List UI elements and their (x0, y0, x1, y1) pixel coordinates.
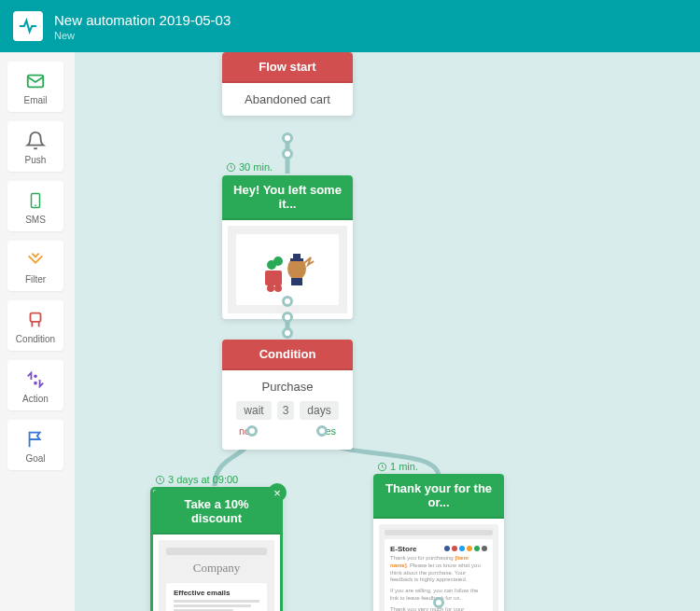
preview-brand: Company (166, 561, 267, 576)
connector-dot-no[interactable] (246, 425, 258, 437)
automation-icon (13, 11, 43, 41)
sidebar-item-label: Push (25, 155, 47, 165)
close-button[interactable]: × (268, 483, 287, 502)
sidebar-item-sms[interactable]: SMS (7, 181, 63, 231)
email-preview: Company Effective emails Follow (159, 540, 274, 611)
connector-dot[interactable] (282, 148, 293, 160)
svg-rect-20 (291, 278, 302, 285)
delay-label: 1 min. (377, 461, 418, 472)
sidebar-item-email[interactable]: Email (7, 62, 63, 112)
wait-value: 3 (277, 401, 295, 420)
svg-point-16 (273, 257, 283, 266)
sidebar-item-goal[interactable]: Goal (7, 420, 63, 470)
delay-label: 30 min. (226, 161, 273, 173)
node-header: Thank your for the or... (373, 474, 504, 519)
connector-dot[interactable] (282, 296, 293, 307)
condition-icon (25, 308, 46, 332)
cart-illustration-icon (259, 244, 315, 295)
node-body: Abandoned cart (222, 83, 353, 116)
node-email-thankyou[interactable]: Thank your for the or... E-Store Thank y… (373, 474, 504, 611)
sidebar-item-label: SMS (25, 215, 46, 225)
page-status: New (54, 30, 231, 41)
connector-dot[interactable] (282, 312, 293, 323)
flow-canvas[interactable]: Flow start Abandoned cart 30 min. Hey! Y… (75, 52, 700, 611)
clock-icon (377, 462, 387, 472)
filter-icon (24, 248, 47, 272)
clock-icon (155, 475, 165, 485)
sms-icon (27, 188, 44, 213)
sidebar-item-push[interactable]: Push (7, 121, 63, 172)
svg-rect-19 (290, 258, 303, 261)
node-header: Take a 10% discount (153, 490, 280, 535)
svg-point-13 (267, 285, 274, 292)
connector-dot[interactable] (433, 597, 444, 608)
node-flow-start[interactable]: Flow start Abandoned cart (222, 52, 353, 116)
svg-point-14 (274, 285, 282, 292)
sidebar-item-label: Goal (25, 453, 45, 464)
svg-point-8 (35, 375, 36, 377)
connector-dot-yes[interactable] (316, 425, 328, 437)
svg-point-9 (35, 382, 36, 383)
delay-label: 3 days at 09:00 (155, 474, 238, 485)
wait-unit: days (300, 401, 338, 420)
app-header: New automation 2019-05-03 New (0, 0, 700, 52)
connector-dot[interactable] (282, 327, 293, 339)
node-header: Hey! You left some it... (222, 175, 353, 220)
node-email-discount[interactable]: × Take a 10% discount Company Effective … (151, 488, 282, 611)
node-condition[interactable]: Condition Purchase wait 3 days no yes (222, 340, 353, 450)
node-header: Condition (222, 340, 353, 370)
condition-title: Purchase (230, 380, 345, 394)
email-icon (25, 69, 46, 93)
page-title: New automation 2019-05-03 (54, 12, 231, 28)
sidebar-item-action[interactable]: Action (7, 360, 63, 410)
sidebar-item-filter[interactable]: Filter (7, 241, 63, 291)
clock-icon (226, 162, 236, 173)
sidebar-item-label: Action (22, 394, 49, 404)
push-icon (25, 129, 46, 153)
sidebar-item-label: Condition (16, 334, 55, 344)
node-header: Flow start (222, 52, 353, 83)
sidebar-item-label: Email (23, 95, 47, 105)
sidebar-item-label: Filter (25, 274, 46, 285)
svg-rect-12 (265, 271, 282, 285)
goal-icon (25, 427, 46, 451)
svg-rect-3 (31, 312, 41, 321)
action-icon (25, 368, 46, 392)
wait-label: wait (236, 401, 271, 420)
sidebar-item-condition[interactable]: Condition (7, 300, 63, 351)
connector-dot[interactable] (282, 132, 293, 144)
sidebar: Email Push SMS Filter Condition Action (0, 52, 75, 611)
preview-title: Effective emails (174, 589, 259, 597)
